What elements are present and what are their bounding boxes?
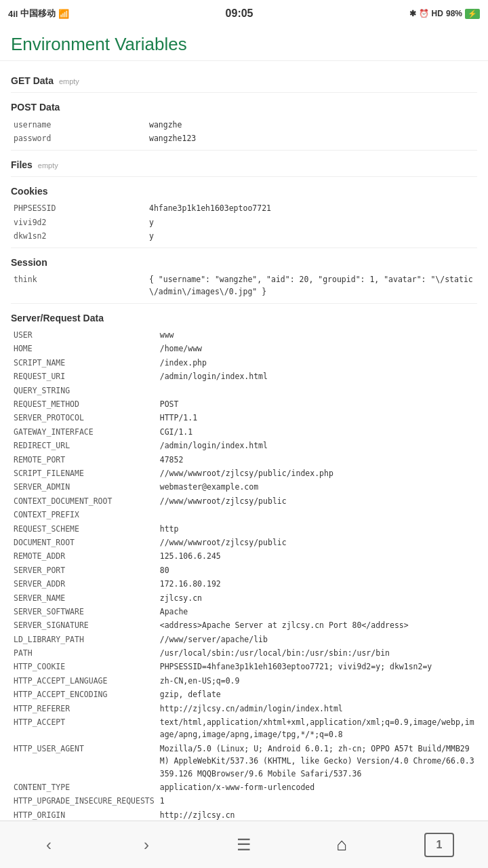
- table-row: REDIRECT_URL/admin/login/index.html: [11, 439, 477, 452]
- wifi-icon: 📶: [58, 9, 69, 19]
- table-row: HTTP_ACCEPTtext/html,application/xhtml+x…: [11, 715, 477, 742]
- menu-icon: ☰: [237, 835, 251, 854]
- table-row: REMOTE_ADDR125.106.6.245: [11, 549, 477, 563]
- table-row: HOME/home/www: [11, 342, 477, 355]
- value-cell: y: [146, 216, 477, 229]
- key-cell: vivi9d2: [11, 216, 146, 229]
- table-row: password wangzhe123: [11, 132, 477, 145]
- key-cell: PHPSESSID: [11, 201, 146, 215]
- table-row: SERVER_NAMEzjlcsy.cn: [11, 591, 477, 605]
- forward-icon: ›: [144, 835, 149, 854]
- content-area: GET Data empty POST Data username wangzh…: [0, 61, 488, 868]
- value-cell: wangzhe: [146, 118, 477, 132]
- section-files: Files empty: [11, 157, 477, 172]
- table-row: username wangzhe: [11, 118, 477, 132]
- key-cell: username: [11, 118, 146, 132]
- bottom-nav: ‹ › ☰ ⌂ 1: [0, 821, 488, 868]
- battery-label: 98%: [446, 9, 462, 18]
- value-cell: { "username": "wangzhe", "aid": 20, "gro…: [146, 273, 477, 299]
- battery-icon: ⚡: [465, 9, 480, 19]
- status-bar: 4il 中国移动 📶 09:05 ✱ ⏰ HD 98% ⚡: [0, 0, 488, 27]
- table-row: HTTP_UPGRADE_INSECURE_REQUESTS1: [11, 794, 477, 808]
- table-row: QUERY_STRING: [11, 384, 477, 397]
- table-row: SCRIPT_NAME/index.php: [11, 356, 477, 370]
- table-row: SERVER_PROTOCOLHTTP/1.1: [11, 411, 477, 425]
- post-data-table: username wangzhe password wangzhe123: [11, 118, 477, 146]
- table-row: SERVER_ADDR172.16.80.192: [11, 577, 477, 591]
- table-row: vivi9d2 y: [11, 216, 477, 229]
- section-server: Server/Request Data: [11, 311, 477, 326]
- table-row: LD_LIBRARY_PATH//www/server/apache/lib: [11, 633, 477, 646]
- section-session: Session: [11, 255, 477, 270]
- page-number: 1: [424, 833, 454, 857]
- section-post: POST Data: [11, 100, 477, 115]
- table-row: HTTP_COOKIEPHPSESSID=4hfane3p1k1eh1603ep…: [11, 660, 477, 673]
- table-row: REQUEST_METHODPOST: [11, 397, 477, 411]
- section-get: GET Data empty: [11, 73, 477, 88]
- table-row: think { "username": "wangzhe", "aid": 20…: [11, 273, 477, 299]
- table-row: REQUEST_URI/admin/login/index.html: [11, 370, 477, 383]
- value-cell: y: [146, 229, 477, 243]
- table-row: CONTEXT_PREFIX: [11, 508, 477, 521]
- table-row: HTTP_USER_AGENTMozilla/5.0 (Linux; U; An…: [11, 742, 477, 781]
- table-row: PHPSESSID 4hfane3p1k1eh1603eptoo7721: [11, 201, 477, 215]
- forward-button[interactable]: ›: [126, 828, 167, 862]
- carrier-label: 中国移动: [20, 7, 56, 20]
- table-row: HTTP_ACCEPT_ENCODINGgzip, deflate: [11, 688, 477, 701]
- table-row: HTTP_REFERERhttp://zjlcsy.cn/admin/login…: [11, 702, 477, 715]
- home-icon: ⌂: [336, 834, 347, 855]
- table-row: REMOTE_PORT47852: [11, 453, 477, 467]
- table-row: REQUEST_SCHEMEhttp: [11, 522, 477, 536]
- key-cell: dkw1sn2: [11, 229, 146, 243]
- signal-icon: 4il: [8, 9, 18, 19]
- table-row: SERVER_PORT80: [11, 564, 477, 577]
- table-row: USERwww: [11, 328, 477, 342]
- table-row: PATH/usr/local/sbin:/usr/local/bin:/usr/…: [11, 646, 477, 660]
- session-table: think { "username": "wangzhe", "aid": 20…: [11, 273, 477, 299]
- value-cell: 4hfane3p1k1eh1603eptoo7721: [146, 201, 477, 215]
- menu-button[interactable]: ☰: [224, 828, 264, 862]
- key-cell: think: [11, 273, 146, 299]
- status-left: 4il 中国移动 📶: [8, 7, 69, 20]
- hd-label: HD: [432, 9, 443, 18]
- value-cell: wangzhe123: [146, 132, 477, 145]
- table-row: SERVER_SIGNATURE<address>Apache Server a…: [11, 618, 477, 632]
- section-cookies: Cookies: [11, 184, 477, 199]
- table-row: SERVER_ADMINwebmaster@example.com: [11, 480, 477, 494]
- home-button[interactable]: ⌂: [321, 828, 362, 862]
- back-icon: ‹: [46, 835, 52, 854]
- page-indicator[interactable]: 1: [419, 828, 460, 862]
- alarm-icon: ⏰: [419, 9, 429, 18]
- status-time: 09:05: [226, 7, 253, 20]
- status-right: ✱ ⏰ HD 98% ⚡: [409, 9, 480, 19]
- server-table: USERwww HOME/home/www SCRIPT_NAME/index.…: [11, 328, 477, 868]
- cookies-table: PHPSESSID 4hfane3p1k1eh1603eptoo7721 viv…: [11, 201, 477, 243]
- table-row: DOCUMENT_ROOT//www/wwwroot/zjlcsy/public: [11, 536, 477, 549]
- table-row: GATEWAY_INTERFACECGI/1.1: [11, 425, 477, 439]
- key-cell: password: [11, 132, 146, 145]
- page-title: Environment Variables: [0, 27, 488, 61]
- table-row: HTTP_ACCEPT_LANGUAGEzh-CN,en-US;q=0.9: [11, 674, 477, 688]
- table-row: SERVER_SOFTWAREApache: [11, 605, 477, 618]
- table-row: CONTENT_TYPEapplication/x-www-form-urlen…: [11, 781, 477, 794]
- bluetooth-icon: ✱: [409, 9, 416, 18]
- table-row: CONTEXT_DOCUMENT_ROOT//www/wwwroot/zjlcs…: [11, 494, 477, 508]
- table-row: SCRIPT_FILENAME//www/wwwroot/zjlcsy/publ…: [11, 467, 477, 480]
- table-row: dkw1sn2 y: [11, 229, 477, 243]
- back-button[interactable]: ‹: [28, 828, 69, 862]
